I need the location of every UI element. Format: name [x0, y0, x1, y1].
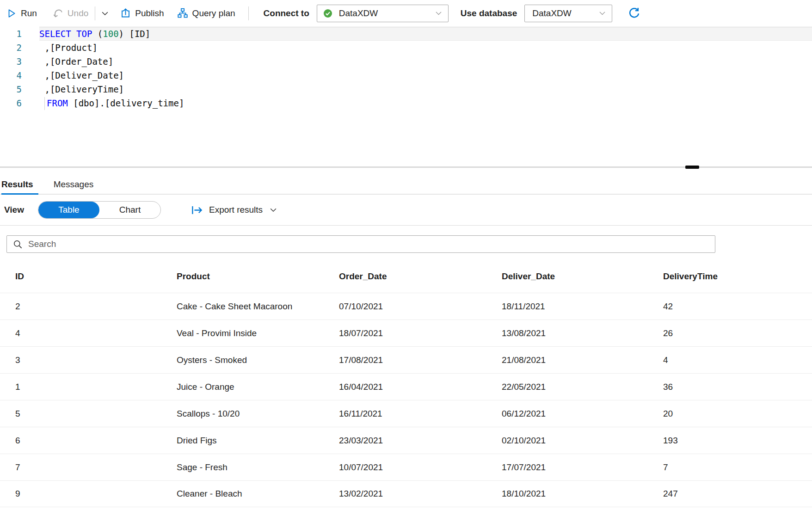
cell-deliver-date: 22/05/2021: [502, 382, 663, 392]
run-label: Run: [21, 8, 37, 18]
publish-button[interactable]: Publish: [120, 8, 164, 18]
line-number: 6: [0, 96, 22, 110]
cell-order-date: 18/07/2021: [339, 328, 502, 338]
tab-results[interactable]: Results: [1, 175, 33, 194]
code-text: ,[Order_Date]: [22, 55, 113, 68]
pane-splitter: [0, 166, 812, 168]
search-icon: [13, 240, 23, 249]
cell-order-date: 23/03/2021: [339, 436, 502, 446]
chevron-down-icon: [435, 9, 443, 17]
code-text: ,[DeliveryTime]: [22, 82, 124, 96]
cell-order-date: 17/08/2021: [339, 355, 502, 365]
chevron-down-icon: [598, 9, 606, 17]
cell-id: 2: [15, 301, 177, 312]
view-toggle-chart[interactable]: Chart: [99, 202, 160, 218]
cell-deliver-date: 21/08/2021: [502, 355, 663, 365]
table-row[interactable]: 2 Cake - Cake Sheet Macaroon 07/10/2021 …: [0, 293, 812, 319]
cell-product: Sage - Fresh: [177, 462, 339, 473]
cell-product: Dried Figs: [177, 436, 339, 446]
code-line-1[interactable]: 1 SELECT TOP (100) [ID]: [0, 27, 812, 41]
cell-product: Scallops - 10/20: [177, 409, 339, 419]
play-icon: [6, 8, 17, 18]
table-row[interactable]: 5 Scallops - 10/20 16/11/2021 06/12/2021…: [0, 400, 812, 427]
chevron-down-icon: [269, 206, 277, 214]
cell-deliver-date: 06/12/2021: [502, 409, 663, 419]
table-row[interactable]: 7 Sage - Fresh 10/07/2021 17/07/2021 7: [0, 454, 812, 480]
pane-resize-handle[interactable]: [685, 166, 699, 169]
undo-button[interactable]: Undo: [53, 8, 88, 18]
table-toggle-label: Table: [58, 205, 79, 215]
cell-delivery-time: 20: [663, 409, 812, 419]
refresh-icon: [628, 7, 640, 19]
cell-delivery-time: 247: [663, 489, 812, 499]
column-header-product[interactable]: Product: [177, 271, 339, 282]
table-row[interactable]: 3 Oysters - Smoked 17/08/2021 21/08/2021…: [0, 346, 812, 373]
code-line-5[interactable]: 5 ,[DeliveryTime]: [0, 82, 812, 96]
code-line-4[interactable]: 4 ,[Deliver_Date]: [0, 68, 812, 82]
export-icon: [191, 204, 203, 216]
connected-check-icon: [323, 9, 332, 18]
view-toggle-table[interactable]: Table: [38, 202, 99, 218]
query-plan-icon: [177, 8, 188, 19]
code-line-6[interactable]: 6 FROM [dbo].[delivery_time]: [0, 96, 812, 110]
database-dropdown[interactable]: DataXDW: [524, 5, 612, 22]
cell-product: Juice - Orange: [177, 382, 339, 392]
cell-id: 6: [15, 436, 177, 446]
connection-value: DataXDW: [339, 8, 435, 18]
cell-order-date: 13/02/2021: [339, 489, 502, 499]
chart-toggle-label: Chart: [119, 205, 141, 215]
messages-tab-label: Messages: [54, 179, 94, 190]
cell-delivery-time: 4: [663, 355, 812, 365]
line-number: 2: [0, 41, 22, 55]
connection-dropdown[interactable]: DataXDW: [317, 5, 449, 22]
cell-id: 9: [15, 489, 177, 499]
toolbar-divider: [95, 6, 95, 20]
table-row[interactable]: 4 Veal - Provimi Inside 18/07/2021 13/08…: [0, 319, 812, 346]
cell-delivery-time: 193: [663, 436, 812, 446]
cell-deliver-date: 13/08/2021: [502, 328, 663, 338]
refresh-button[interactable]: [628, 7, 640, 19]
cell-deliver-date: 02/10/2021: [502, 436, 663, 446]
cell-deliver-date: 18/10/2021: [502, 489, 663, 499]
table-row[interactable]: 9 Cleaner - Bleach 13/02/2021 18/10/2021…: [0, 480, 812, 507]
cell-order-date: 07/10/2021: [339, 301, 502, 312]
line-number: 5: [0, 82, 22, 96]
cell-delivery-time: 36: [663, 382, 812, 392]
table-row[interactable]: 6 Dried Figs 23/03/2021 02/10/2021 193: [0, 427, 812, 454]
tab-messages[interactable]: Messages: [54, 175, 94, 194]
cell-product: Cleaner - Bleach: [177, 489, 339, 499]
export-results-button[interactable]: Export results: [191, 204, 277, 216]
table-row[interactable]: 1 Juice - Orange 16/04/2021 22/05/2021 3…: [0, 373, 812, 400]
view-bar: View Table Chart Export results: [0, 195, 812, 226]
more-actions-button[interactable]: [101, 9, 109, 18]
line-number: 3: [0, 55, 22, 68]
run-button[interactable]: Run: [6, 8, 37, 18]
cell-product: Oysters - Smoked: [177, 355, 339, 365]
cell-id: 5: [15, 409, 177, 419]
line-number: 4: [0, 68, 22, 82]
results-tab-label: Results: [1, 179, 33, 190]
chevron-down-icon: [101, 9, 109, 18]
view-label: View: [4, 205, 24, 215]
code-text: SELECT TOP (100) [ID]: [22, 27, 150, 41]
undo-icon: [53, 8, 63, 18]
search-input[interactable]: [28, 239, 715, 249]
export-results-label: Export results: [209, 205, 263, 215]
publish-label: Publish: [135, 8, 164, 18]
column-header-id[interactable]: ID: [15, 271, 177, 282]
code-line-3[interactable]: 3 ,[Order_Date]: [0, 55, 812, 68]
sql-editor[interactable]: 1 SELECT TOP (100) [ID] 2 ,[Product] 3 ,…: [0, 26, 812, 110]
query-toolbar: Run Undo Publish Query plan Connect to: [0, 0, 812, 26]
query-plan-button[interactable]: Query plan: [177, 8, 235, 19]
results-search-box[interactable]: [6, 235, 715, 253]
code-text: FROM [dbo].[delivery_time]: [22, 96, 184, 110]
code-text: ,[Deliver_Date]: [22, 68, 124, 82]
cell-delivery-time: 7: [663, 462, 812, 473]
column-header-delivery-time[interactable]: DeliveryTime: [663, 271, 812, 282]
cell-id: 3: [15, 355, 177, 365]
column-header-order-date[interactable]: Order_Date: [339, 271, 502, 282]
code-line-2[interactable]: 2 ,[Product]: [0, 41, 812, 55]
database-value: DataXDW: [532, 8, 598, 18]
cell-deliver-date: 17/07/2021: [502, 462, 663, 473]
column-header-deliver-date[interactable]: Deliver_Date: [502, 271, 663, 282]
